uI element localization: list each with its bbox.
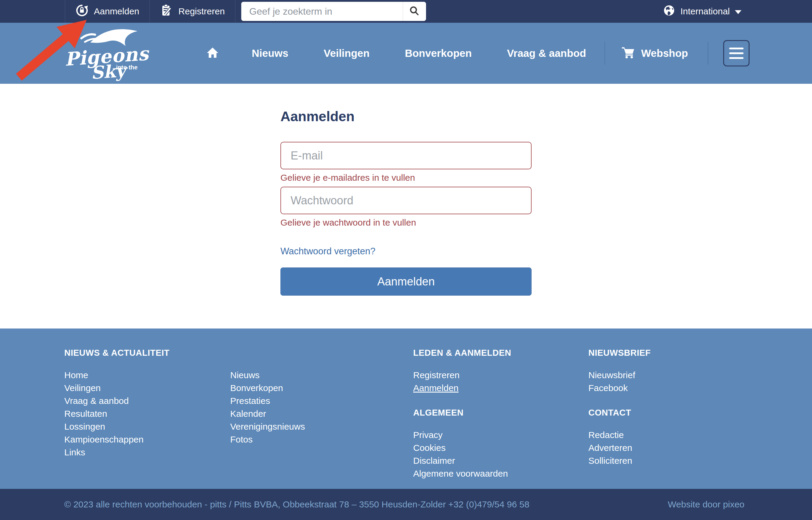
footer-link: Lossingen: [64, 420, 230, 433]
language-label: International: [680, 6, 730, 17]
footer-column-news: NIEUWS & ACTUALITEIT Home Veilingen Vraa…: [64, 348, 413, 489]
site-search: [241, 2, 426, 21]
email-field-wrapper: [280, 142, 532, 170]
footer-news-links-b: Nieuws Bonverkopen Prestaties Kalender V…: [230, 369, 305, 459]
footer-link: Kampioenschappen: [64, 433, 230, 446]
email-error-message: Gelieve je e-mailadres in te vullen: [280, 172, 532, 183]
primary-menu: Nieuws Veilingen Bonverkopen Vraag & aan…: [206, 40, 750, 67]
copyright-text: © 2023 alle rechten voorbehouden - pitts…: [64, 499, 530, 510]
footer-heading-newsletter: NIEUWSBRIEF: [588, 348, 812, 358]
login-form: Aanmelden Gelieve je e-mailadres in te v…: [280, 84, 532, 295]
footer-link: Kalender: [230, 407, 305, 420]
footer-link: Adverteren: [588, 441, 812, 454]
footer-link: Veilingen: [64, 382, 230, 394]
website-credit-link[interactable]: Website door pixeo: [668, 499, 745, 510]
main-navigation-bar: Pigeons Sky into the Nieuws Veilingen Bo…: [0, 23, 812, 84]
globe-icon: [663, 4, 675, 19]
search-input[interactable]: [241, 2, 403, 21]
nav-item-nieuws[interactable]: Nieuws: [252, 47, 288, 59]
menu-toggle-button[interactable]: [723, 40, 750, 67]
footer-general-links: Privacy Cookies Disclaimer Algemene voor…: [413, 428, 588, 480]
nav-divider: [605, 42, 605, 64]
footer-members-links: Registreren Aanmelden: [413, 369, 588, 394]
register-menu-item[interactable]: Registreren: [149, 0, 235, 23]
language-selector[interactable]: International: [663, 0, 741, 23]
footer-link: Bonverkopen: [230, 382, 305, 394]
page-title: Aanmelden: [280, 108, 532, 125]
footer-column-newsletter: NIEUWSBRIEF Nieuwsbrief Facebook CONTACT…: [588, 348, 812, 489]
footer-link: Nieuws: [230, 369, 305, 382]
nav-item-bonverkopen[interactable]: Bonverkopen: [405, 47, 472, 59]
email-field[interactable]: [281, 142, 531, 169]
password-field-wrapper: [280, 187, 532, 214]
webshop-label: Webshop: [641, 47, 688, 59]
hamburger-icon: [729, 48, 744, 49]
login-submit-button[interactable]: Aanmelden: [280, 267, 532, 295]
footer-link-current: Aanmelden: [413, 382, 588, 394]
home-nav-item[interactable]: [206, 46, 219, 60]
nav-divider: [708, 42, 708, 64]
footer-link: Algemene voorwaarden: [413, 467, 588, 480]
register-clipboard-icon: [160, 4, 173, 19]
logo-word-into-the: into the: [116, 64, 138, 71]
search-icon: [409, 5, 420, 18]
footer-heading-news: NIEUWS & ACTUALITEIT: [64, 348, 413, 358]
site-logo[interactable]: Pigeons Sky into the: [63, 24, 144, 83]
top-utility-bar: Aanmelden Registreren: [0, 0, 812, 23]
footer-link: Vraag & aanbod: [64, 394, 230, 407]
footer-link: Privacy: [413, 428, 588, 441]
footer-contact-links: Redactie Adverteren Solliciteren: [588, 428, 812, 467]
register-menu-label: Registreren: [178, 6, 225, 17]
login-lock-icon: [75, 4, 88, 19]
footer-link: Verenigingsnieuws: [230, 420, 305, 433]
password-field[interactable]: [281, 187, 531, 214]
footer-news-links-a: Home Veilingen Vraag & aanbod Resultaten…: [64, 369, 230, 459]
footer-link: Cookies: [413, 441, 588, 454]
footer-link: Redactie: [588, 428, 812, 441]
forgot-password-link[interactable]: Wachtwoord vergeten?: [280, 246, 375, 257]
nav-item-veilingen[interactable]: Veilingen: [324, 47, 370, 59]
footer-link: Registreren: [413, 369, 588, 382]
password-error-message: Gelieve je wachtwoord in te vullen: [280, 217, 532, 228]
cart-icon: [621, 46, 636, 61]
footer-heading-general: ALGEMEEN: [413, 408, 588, 418]
footer-link: Home: [64, 369, 230, 382]
copyright-bar: © 2023 alle rechten voorbehouden - pitts…: [0, 489, 812, 520]
login-menu-item[interactable]: Aanmelden: [65, 0, 149, 23]
login-menu-label: Aanmelden: [94, 6, 139, 17]
home-icon: [206, 46, 219, 60]
footer-heading-contact: CONTACT: [588, 408, 812, 418]
nav-item-webshop[interactable]: Webshop: [621, 46, 688, 61]
footer-heading-members: LEDEN & AANMELDEN: [413, 348, 588, 358]
footer-link: Fotos: [230, 433, 305, 446]
footer-link: Facebook: [588, 382, 812, 394]
footer-link: Nieuwsbrief: [588, 369, 812, 382]
chevron-down-icon: [735, 10, 741, 14]
footer-link: Prestaties: [230, 394, 305, 407]
top-bar-left-group: Aanmelden Registreren: [65, 0, 235, 23]
footer: NIEUWS & ACTUALITEIT Home Veilingen Vraa…: [0, 329, 812, 489]
search-button[interactable]: [403, 2, 426, 21]
nav-item-vraag-aanbod[interactable]: Vraag & aanbod: [507, 47, 586, 59]
main-content: Aanmelden Gelieve je e-mailadres in te v…: [0, 84, 812, 329]
footer-link: Solliciteren: [588, 454, 812, 467]
footer-link: Disclaimer: [413, 454, 588, 467]
footer-column-members: LEDEN & AANMELDEN Registreren Aanmelden …: [413, 348, 588, 489]
footer-link: Resultaten: [64, 407, 230, 420]
footer-link: Links: [64, 446, 230, 459]
footer-newsletter-links: Nieuwsbrief Facebook: [588, 369, 812, 394]
